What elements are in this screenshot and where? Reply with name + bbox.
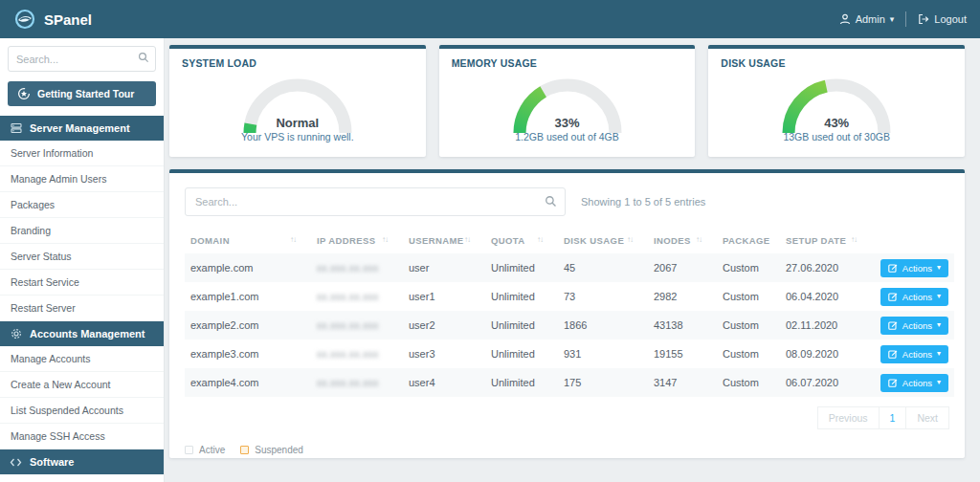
sidebar-item-manage-ssh-access[interactable]: Manage SSH Access <box>0 424 164 449</box>
disk-usage-gauge: 43% 13GB used out of 30GB <box>772 72 901 142</box>
sidebar-item-packages[interactable]: Packages <box>0 192 164 218</box>
column-header-domain[interactable]: DOMAIN↑↓ <box>185 228 311 253</box>
cell-setup-date: 27.06.2020 <box>780 253 872 282</box>
cell-actions: Actions▾ <box>872 368 954 397</box>
sidebar-section-software[interactable]: Software <box>0 449 164 474</box>
actions-button[interactable]: Actions▾ <box>880 345 948 363</box>
cell-package: Custom <box>717 282 780 311</box>
cell-inodes: 43138 <box>648 311 717 340</box>
cell-ip-masked: xx.xxx.xx.xxx <box>311 368 403 397</box>
sort-icon[interactable]: ↑↓ <box>537 235 543 244</box>
cell-ip-masked: xx.xxx.xx.xxx <box>311 282 403 311</box>
sidebar: Getting Started Tour Server ManagementSe… <box>0 38 165 482</box>
caret-down-icon: ▾ <box>937 321 941 329</box>
spanel-app: SPanel Admin ▾ Logout <box>0 0 980 482</box>
search-icon <box>545 195 557 208</box>
admin-menu[interactable]: Admin ▾ <box>839 13 895 25</box>
table-row: example3.comxx.xxx.xx.xxxuser3Unlimited9… <box>185 340 954 368</box>
card-title: SYSTEM LOAD <box>182 57 413 69</box>
sidebar-section-server-management[interactable]: Server Management <box>0 116 164 141</box>
pagination-page-1[interactable]: 1 <box>880 406 907 429</box>
user-icon <box>839 13 851 25</box>
gauge-subtitle: Your VPS is running well. <box>234 131 362 142</box>
caret-down-icon: ▾ <box>937 379 941 386</box>
pagination-next[interactable]: Next <box>906 406 949 429</box>
gauge-value: 33% <box>503 116 632 130</box>
cell-package: Custom <box>717 311 780 340</box>
column-header-username[interactable]: USERNAME↑↓ <box>403 228 485 253</box>
sort-icon[interactable]: ↑↓ <box>851 235 857 244</box>
active-swatch-icon <box>185 446 193 454</box>
sidebar-item-create-a-new-account[interactable]: Create a New Account <box>0 372 164 398</box>
column-header-ip-address[interactable]: IP ADDRESS↑↓ <box>311 228 403 253</box>
sidebar-section-accounts-management[interactable]: Accounts Management <box>0 321 164 346</box>
sidebar-item-manage-admin-users[interactable]: Manage Admin Users <box>0 166 164 192</box>
sort-icon[interactable]: ↑↓ <box>627 235 633 244</box>
sidebar-item-server-information[interactable]: Server Information <box>0 141 164 166</box>
cell-setup-date: 06.04.2020 <box>780 282 872 311</box>
sidebar-nav: Server ManagementServer InformationManag… <box>0 116 164 482</box>
actions-label: Actions <box>902 378 932 388</box>
cell-setup-date: 02.11.2020 <box>780 311 872 340</box>
caret-down-icon: ▾ <box>937 350 941 358</box>
sidebar-item-list-suspended-accounts[interactable]: List Suspended Accounts <box>0 398 164 424</box>
column-header-setup-date[interactable]: SETUP DATE↑↓ <box>780 228 872 253</box>
sidebar-section-label: Server Management <box>30 122 130 134</box>
cell-username: user <box>403 253 485 282</box>
gear-icon <box>10 328 22 340</box>
cell-actions: Actions▾ <box>872 340 954 368</box>
column-label: IP ADDRESS <box>317 235 376 246</box>
actions-button[interactable]: Actions▾ <box>880 259 948 277</box>
column-header-quota[interactable]: QUOTA↑↓ <box>485 228 558 253</box>
redacted-ip: xx.xxx.xx.xxx <box>317 292 379 302</box>
sidebar-search-input[interactable] <box>8 46 156 72</box>
gauge-value: 43% <box>772 116 901 130</box>
actions-button[interactable]: Actions▾ <box>880 288 948 306</box>
code-icon <box>10 457 22 468</box>
sort-icon[interactable]: ↑↓ <box>464 235 470 244</box>
table-row: example.comxx.xxx.xx.xxxuserUnlimited452… <box>185 253 954 282</box>
sort-icon[interactable]: ↑↓ <box>290 235 296 244</box>
legend-item-suspended: Suspended <box>240 445 303 455</box>
table-search <box>185 187 566 216</box>
column-header-inodes[interactable]: INODES↑↓ <box>648 228 717 253</box>
table-search-input[interactable] <box>185 187 566 216</box>
logout-button[interactable]: Logout <box>918 13 967 25</box>
actions-button[interactable]: Actions▾ <box>880 374 948 392</box>
sidebar-item-branding[interactable]: Branding <box>0 218 164 244</box>
content: SYSTEM LOAD Normal Your VPS is running w… <box>165 38 980 482</box>
cell-actions: Actions▾ <box>872 253 954 282</box>
column-header-disk-usage[interactable]: DISK USAGE↑↓ <box>558 228 648 253</box>
sidebar-item-restart-service[interactable]: Restart Service <box>0 270 164 296</box>
sidebar-item-manage-accounts[interactable]: Manage Accounts <box>0 346 164 372</box>
sidebar-item-restart-server[interactable]: Restart Server <box>0 296 164 321</box>
redacted-ip: xx.xxx.xx.xxx <box>317 320 379 331</box>
sidebar-section-label: Accounts Management <box>30 328 145 340</box>
column-header-actions <box>872 228 954 253</box>
actions-button[interactable]: Actions▾ <box>880 317 948 335</box>
cell-inodes: 19155 <box>648 340 717 368</box>
sort-icon[interactable]: ↑↓ <box>696 235 702 244</box>
sidebar-item-server-status[interactable]: Server Status <box>0 244 164 270</box>
legend-label: Active <box>199 445 225 455</box>
pagination-previous[interactable]: Previous <box>817 406 880 429</box>
cell-domain: example3.com <box>185 340 311 368</box>
cell-disk-usage: 45 <box>558 253 648 282</box>
brand[interactable]: SPanel <box>13 8 92 31</box>
actions-label: Actions <box>902 263 932 274</box>
sort-icon[interactable]: ↑↓ <box>382 235 388 244</box>
cell-quota: Unlimited <box>485 311 558 340</box>
table-row: example2.comxx.xxx.xx.xxxuser2Unlimited1… <box>185 311 954 340</box>
redacted-ip: xx.xxx.xx.xxx <box>317 378 379 388</box>
card-title: DISK USAGE <box>721 57 952 69</box>
card-title: MEMORY USAGE <box>452 57 683 69</box>
sidebar-item-softaculous-one-click-installer[interactable]: Softaculous One Click Installer <box>0 474 164 482</box>
gauge-subtitle: 13GB used out of 30GB <box>772 131 901 142</box>
getting-started-tour-button[interactable]: Getting Started Tour <box>8 81 156 106</box>
topbar: SPanel Admin ▾ Logout <box>0 0 980 38</box>
cell-domain: example.com <box>185 253 311 282</box>
system-load-card: SYSTEM LOAD Normal Your VPS is running w… <box>169 45 426 157</box>
cell-domain: example1.com <box>185 282 311 311</box>
cell-username: user4 <box>403 368 485 397</box>
table-row: example4.comxx.xxx.xx.xxxuser4Unlimited1… <box>185 368 954 397</box>
